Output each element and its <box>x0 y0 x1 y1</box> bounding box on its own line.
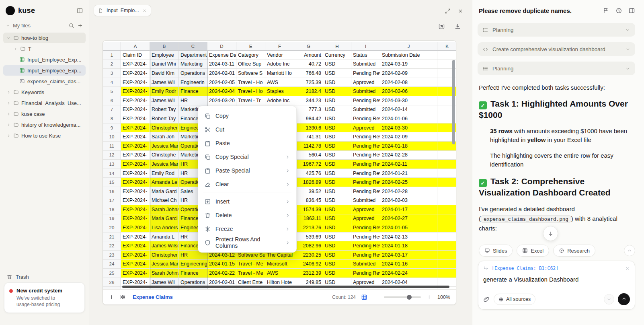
cell-G9[interactable]: 1390.6 <box>294 123 323 133</box>
cell-E6[interactable]: Travel - Tr <box>236 96 265 105</box>
chevron-right-icon[interactable] <box>6 123 11 127</box>
cell-G14[interactable]: 425.76 <box>294 169 323 178</box>
slides-button[interactable]: Slides <box>479 245 513 257</box>
cell-A21[interactable]: EXP-2024- <box>121 232 150 242</box>
cell-H22[interactable]: USD <box>323 241 351 251</box>
row-header-26[interactable]: 26 <box>103 278 121 287</box>
cell-B1[interactable]: Employee <box>150 51 179 60</box>
chevron-down-icon[interactable] <box>625 27 630 33</box>
cell-B4[interactable]: James Wil <box>150 78 179 87</box>
cell-F24[interactable]: Microsoft <box>265 260 294 269</box>
cell-I5[interactable]: Submitted <box>351 87 380 96</box>
cell-G16[interactable]: 39.52 <box>294 187 323 196</box>
cell-G8[interactable]: 984.42 <box>294 114 323 123</box>
trash-button[interactable]: Trash <box>6 274 29 280</box>
cell-I3[interactable]: Pending Rev <box>351 69 380 78</box>
sidebar-item-keywords[interactable]: Keywords <box>3 87 86 97</box>
cell-J19[interactable]: 2024-02-27 <box>380 214 437 224</box>
column-header-C[interactable]: C <box>179 42 207 51</box>
cell-J10[interactable]: 2024-02-09 <box>380 132 437 142</box>
cell-I13[interactable]: Pending Rev <box>351 160 380 169</box>
cell-G4[interactable]: 725.39 <box>294 78 323 87</box>
cell-B6[interactable]: James Wil <box>150 96 179 105</box>
cell-B25[interactable]: Sarah Johns <box>150 269 179 278</box>
cell-I23[interactable]: Pending Rev <box>351 251 380 260</box>
cell-C6[interactable]: HR <box>179 96 207 105</box>
cell-B5[interactable]: Emily Rodr <box>150 87 179 96</box>
cell-G5[interactable]: 2182.4 <box>294 87 323 96</box>
cell-A23[interactable]: EXP-2024- <box>121 251 150 260</box>
sheet-list-icon[interactable] <box>120 294 126 300</box>
cell-E4[interactable]: Travel - Ho <box>236 78 265 87</box>
cell-G1[interactable]: Amount <box>294 51 323 60</box>
cell-D4[interactable]: 2024-02-05 <box>207 78 236 87</box>
cell-E3[interactable]: Software S <box>236 69 265 78</box>
column-header-H[interactable]: H <box>323 42 351 51</box>
cell-H7[interactable]: USD <box>323 105 351 115</box>
cell-G3[interactable]: 766.48 <box>294 69 323 78</box>
column-header-K[interactable]: K <box>437 42 456 51</box>
cell-I24[interactable]: Submitted <box>351 260 380 269</box>
attach-icon[interactable] <box>483 296 490 303</box>
cell-H2[interactable]: USD <box>323 60 351 69</box>
cell-B8[interactable]: Robert Tay <box>150 114 179 123</box>
sidebar-item-financial-analysis-use[interactable]: Financial_Analysis_Use... <box>3 98 86 108</box>
cell-G10[interactable]: 741.31 <box>294 132 323 142</box>
cell-H17[interactable]: USD <box>323 196 351 206</box>
cell-B17[interactable]: Michael Ch <box>150 196 179 206</box>
model-dropdown-button[interactable] <box>604 294 614 304</box>
row-header-14[interactable]: 14 <box>103 169 121 178</box>
cell-K12[interactable] <box>437 151 456 160</box>
cell-B9[interactable]: Christopher <box>150 123 179 133</box>
cell-H8[interactable]: USD <box>323 114 351 123</box>
sidebar-item-how-to-blog[interactable]: how-to blog <box>3 33 86 43</box>
column-header-A[interactable]: A <box>121 42 150 51</box>
row-header-20[interactable]: 20 <box>103 223 121 232</box>
chevron-right-icon[interactable] <box>6 134 11 138</box>
cell-G17[interactable]: 836.45 <box>294 196 323 206</box>
preview-icon[interactable] <box>438 23 445 30</box>
cell-K20[interactable] <box>437 223 456 232</box>
cell-I20[interactable]: Pending Rev <box>351 223 380 232</box>
column-header-G[interactable]: G <box>294 42 323 51</box>
cell-H9[interactable]: USD <box>323 123 351 133</box>
cell-A9[interactable]: EXP-2024- <box>121 123 150 133</box>
cell-I17[interactable]: Submitted <box>351 196 380 206</box>
cell-I19[interactable]: Approved <box>351 214 380 224</box>
cell-F3[interactable]: Marriott Ho <box>265 69 294 78</box>
row-header-6[interactable]: 6 <box>103 96 121 105</box>
cell-J9[interactable]: 2024-03-30 <box>380 123 437 133</box>
cell-J6[interactable]: 2024-03-30 <box>380 96 437 105</box>
zoom-slider-knob[interactable] <box>407 295 412 300</box>
row-header-23[interactable]: 23 <box>103 251 121 260</box>
cell-D1[interactable]: Expense Date <box>207 51 236 60</box>
cell-J8[interactable]: 2024-01-06 <box>380 114 437 123</box>
cell-I8[interactable]: Pending Rev <box>351 114 380 123</box>
cell-H3[interactable]: USD <box>323 69 351 78</box>
column-header-B[interactable]: B <box>150 42 179 51</box>
tab-close-icon[interactable] <box>142 8 147 13</box>
research-button[interactable]: Research <box>553 245 595 257</box>
cell-H16[interactable]: USD <box>323 187 351 196</box>
cell-H23[interactable]: USD <box>323 251 351 260</box>
cell-B11[interactable]: Jessica Mar <box>150 142 179 151</box>
cell-J14[interactable]: 2024-01-21 <box>380 169 437 178</box>
cell-A25[interactable]: EXP-2024- <box>121 269 150 278</box>
cell-I22[interactable]: Pending Rev <box>351 241 380 251</box>
cell-H12[interactable]: USD <box>323 151 351 160</box>
row-header-21[interactable]: 21 <box>103 232 121 242</box>
zoom-out-icon[interactable] <box>373 294 379 300</box>
menu-item-clear[interactable]: Clear <box>201 177 294 191</box>
cell-I18[interactable]: Approved <box>351 205 380 214</box>
cell-G12[interactable]: 560.4 <box>294 151 323 160</box>
cell-J1[interactable]: Submission Date <box>380 51 437 60</box>
cell-C4[interactable]: Engineerin <box>179 78 207 87</box>
cell-E24[interactable]: Travel - Me <box>236 260 265 269</box>
cell-C1[interactable]: Department <box>179 51 207 60</box>
cell-I7[interactable]: Submitted <box>351 105 380 115</box>
cell-F5[interactable]: Staples <box>265 87 294 96</box>
cell-J22[interactable]: 2024-01-18 <box>380 241 437 251</box>
cell-G2[interactable]: 40.72 <box>294 60 323 69</box>
cell-H13[interactable]: USD <box>323 160 351 169</box>
sidebar-item-input-employee-exp[interactable]: Input_Employee_Exp... <box>3 54 86 65</box>
